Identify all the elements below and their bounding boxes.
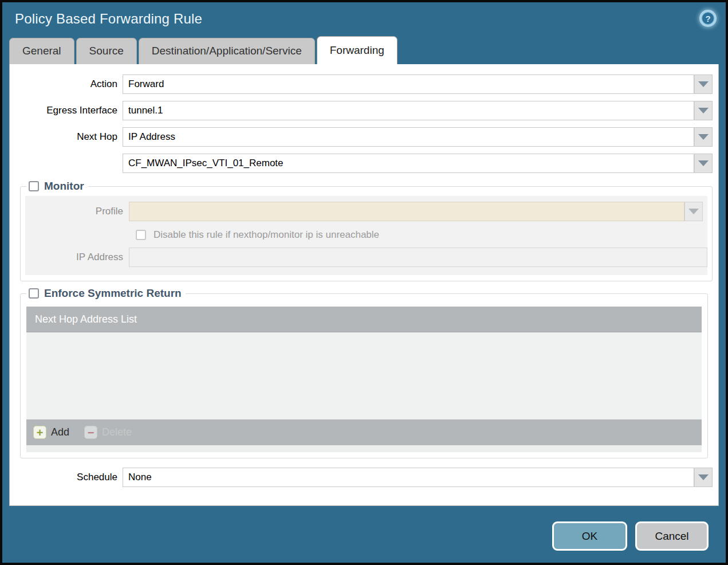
profile-dropdown-button — [684, 202, 703, 221]
next-hop-address-row — [10, 154, 718, 173]
chevron-down-icon — [698, 108, 709, 113]
help-icon-glyph: ? — [702, 12, 714, 25]
policy-based-forwarding-dialog: Policy Based Forwarding Rule ? General S… — [0, 0, 728, 565]
action-combo — [123, 74, 713, 94]
monitor-ip-address-row: IP Address — [25, 248, 707, 267]
table-footer: + Add − Delete — [26, 419, 702, 445]
help-icon[interactable]: ? — [699, 10, 717, 27]
action-row: Action — [10, 74, 718, 94]
action-input[interactable] — [123, 74, 694, 94]
chevron-down-icon — [698, 474, 709, 480]
egress-interface-row: Egress Interface — [10, 101, 718, 120]
monitor-ip-address-label: IP Address — [25, 248, 129, 267]
forwarding-tab-panel: Action Egress Interface Next Hop — [9, 64, 719, 506]
egress-interface-dropdown-button[interactable] — [694, 101, 713, 120]
monitor-checkbox[interactable] — [29, 181, 39, 191]
tab-destination-application-service[interactable]: Destination/Application/Service — [139, 38, 315, 64]
next-hop-dropdown-button[interactable] — [694, 127, 713, 147]
profile-row: Profile — [25, 202, 707, 221]
egress-interface-combo — [123, 101, 713, 120]
disable-rule-checkbox — [136, 230, 146, 240]
table-understrip — [26, 445, 702, 452]
tab-forwarding[interactable]: Forwarding — [317, 36, 398, 64]
add-button-label: Add — [51, 426, 69, 438]
schedule-label: Schedule — [10, 468, 123, 487]
egress-interface-label: Egress Interface — [10, 101, 123, 120]
add-icon: + — [33, 426, 46, 439]
action-label: Action — [10, 74, 123, 94]
monitor-ip-address-input — [129, 248, 707, 267]
egress-interface-input[interactable] — [123, 101, 694, 120]
ok-button[interactable]: OK — [552, 521, 627, 551]
tab-general[interactable]: General — [9, 38, 74, 64]
next-hop-address-combo — [123, 154, 713, 173]
chevron-down-icon — [698, 134, 709, 140]
profile-label: Profile — [25, 202, 129, 221]
delete-button: − Delete — [84, 426, 132, 439]
disable-rule-row: Disable this rule if nexthop/monitor ip … — [136, 229, 707, 241]
schedule-row: Schedule — [10, 468, 718, 487]
delete-icon: − — [84, 426, 97, 439]
symmetric-return-legend: Enforce Symmetric Return — [26, 287, 186, 300]
chevron-down-icon — [698, 160, 709, 166]
next-hop-type-input[interactable] — [123, 127, 694, 147]
symmetric-return-fieldset: Enforce Symmetric Return Next Hop Addres… — [20, 287, 708, 458]
cancel-button[interactable]: Cancel — [635, 521, 709, 551]
symmetric-return-legend-label: Enforce Symmetric Return — [44, 287, 182, 300]
delete-button-label: Delete — [102, 426, 132, 438]
next-hop-row: Next Hop — [10, 127, 718, 147]
tab-source[interactable]: Source — [76, 38, 137, 64]
next-hop-address-input[interactable] — [123, 154, 694, 173]
profile-combo — [129, 202, 703, 221]
dialog-titlebar: Policy Based Forwarding Rule ? — [2, 2, 726, 36]
table-header: Next Hop Address List — [26, 307, 702, 332]
dialog-title: Policy Based Forwarding Rule — [15, 11, 202, 27]
symmetric-return-checkbox[interactable] — [29, 288, 39, 299]
tab-strip: General Source Destination/Application/S… — [2, 36, 726, 64]
schedule-combo — [123, 468, 713, 487]
next-hop-combo — [123, 127, 713, 147]
schedule-input[interactable] — [123, 468, 694, 487]
action-dropdown-button[interactable] — [694, 74, 713, 94]
table-header-label: Next Hop Address List — [35, 313, 137, 325]
dialog-footer: OK Cancel — [2, 506, 726, 563]
next-hop-address-list-table: Next Hop Address List + Add − Delete — [26, 307, 702, 452]
next-hop-address-dropdown-button[interactable] — [694, 154, 713, 173]
chevron-down-icon — [688, 209, 699, 214]
next-hop-address-spacer — [10, 154, 123, 173]
table-body[interactable] — [26, 332, 702, 419]
add-button[interactable]: + Add — [33, 426, 69, 439]
next-hop-label: Next Hop — [10, 127, 123, 147]
monitor-legend: Monitor — [26, 180, 88, 193]
monitor-panel: Profile Disable this rule if nexthop/mon… — [25, 196, 707, 275]
chevron-down-icon — [698, 81, 709, 87]
schedule-dropdown-button[interactable] — [694, 468, 713, 487]
monitor-legend-label: Monitor — [44, 180, 84, 193]
monitor-fieldset: Monitor Profile Disable this rule if nex… — [20, 180, 713, 281]
profile-input — [129, 202, 684, 221]
disable-rule-label: Disable this rule if nexthop/monitor ip … — [154, 229, 379, 241]
